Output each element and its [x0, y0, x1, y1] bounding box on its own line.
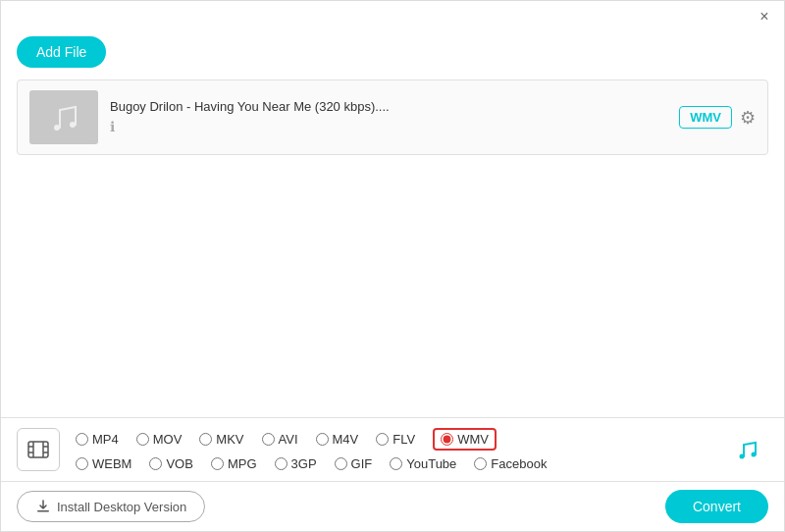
format-option-facebook[interactable]: Facebook — [474, 456, 547, 471]
add-file-button[interactable]: Add File — [17, 36, 106, 68]
file-actions: WMV ⚙ — [679, 106, 756, 129]
file-item: Bugoy Drilon - Having You Near Me (320 k… — [18, 80, 767, 154]
format-badge[interactable]: WMV — [679, 106, 732, 129]
file-list: Bugoy Drilon - Having You Near Me (320 k… — [17, 80, 768, 155]
format-option-youtube[interactable]: YouTube — [390, 456, 456, 471]
footer: Install Desktop Version Convert — [1, 482, 784, 531]
svg-rect-2 — [28, 442, 48, 457]
format-option-wmv-selected[interactable]: WMV — [433, 428, 497, 451]
music-icon — [46, 100, 81, 135]
file-info: Bugoy Drilon - Having You Near Me (320 k… — [110, 99, 667, 135]
format-option-avi[interactable]: AVI — [262, 432, 298, 447]
format-option-mp4[interactable]: MP4 — [76, 432, 119, 447]
format-option-webm[interactable]: WEBM — [76, 456, 131, 471]
svg-point-10 — [752, 452, 757, 457]
title-bar: × — [1, 1, 784, 28]
info-icon[interactable]: ℹ — [110, 119, 115, 134]
audio-format-icon[interactable] — [725, 428, 768, 471]
file-thumbnail — [29, 90, 98, 144]
format-option-3gp[interactable]: 3GP — [275, 456, 317, 471]
download-icon — [35, 499, 51, 514]
svg-point-9 — [740, 454, 745, 459]
format-option-vob[interactable]: VOB — [149, 456, 192, 471]
format-option-mpg[interactable]: MPG — [211, 456, 257, 471]
format-option-flv[interactable]: FLV — [376, 432, 415, 447]
video-format-icon[interactable] — [17, 428, 60, 471]
settings-icon[interactable]: ⚙ — [740, 107, 756, 129]
format-option-m4v[interactable]: M4V — [316, 432, 359, 447]
file-name: Bugoy Drilon - Having You Near Me (320 k… — [110, 99, 667, 114]
install-label: Install Desktop Version — [57, 500, 186, 514]
content-area — [1, 155, 784, 351]
format-bar: MP4 MOV MKV AVI M4V FLV WMV — [1, 417, 784, 482]
music-note-icon — [734, 437, 759, 462]
toolbar: Add File — [1, 28, 784, 80]
install-desktop-button[interactable]: Install Desktop Version — [17, 491, 205, 522]
close-button[interactable]: × — [757, 9, 772, 25]
svg-point-0 — [54, 125, 60, 131]
format-option-gif[interactable]: GIF — [335, 456, 373, 471]
svg-point-1 — [70, 122, 76, 128]
film-icon — [26, 438, 50, 461]
convert-button[interactable]: Convert — [665, 490, 768, 523]
format-option-mkv[interactable]: MKV — [199, 432, 243, 447]
svg-rect-11 — [37, 510, 49, 512]
format-option-mov[interactable]: MOV — [136, 432, 183, 447]
